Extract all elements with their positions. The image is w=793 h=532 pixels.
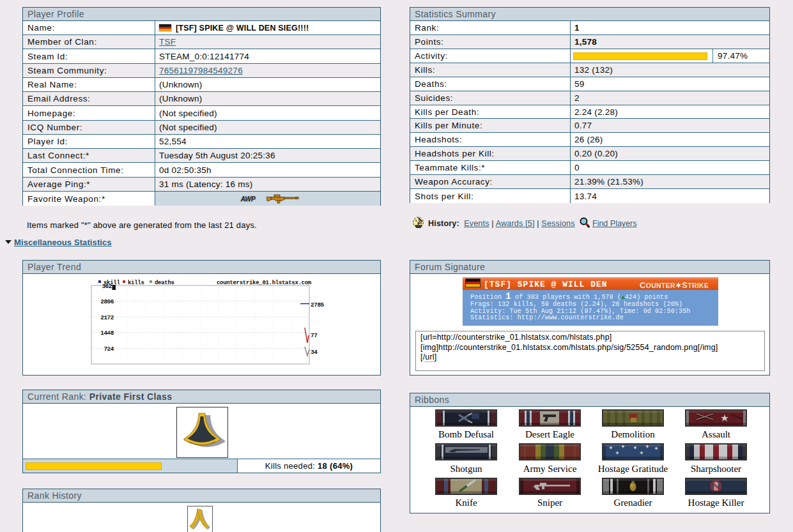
- svg-text:34: 34: [311, 349, 318, 356]
- svg-text:2896: 2896: [100, 298, 114, 305]
- svg-text:2785: 2785: [311, 301, 325, 308]
- svg-text:77: 77: [311, 332, 318, 339]
- svg-text:deaths: deaths: [155, 280, 174, 286]
- svg-text:kills: kills: [128, 280, 144, 286]
- svg-text:1448: 1448: [100, 330, 114, 337]
- svg-text:2172: 2172: [100, 314, 114, 321]
- svg-text:724: 724: [104, 346, 114, 353]
- svg-text:skill: skill: [104, 280, 120, 286]
- svg-text:counterstrike_01.hlstatsx.com: counterstrike_01.hlstatsx.com: [217, 280, 312, 286]
